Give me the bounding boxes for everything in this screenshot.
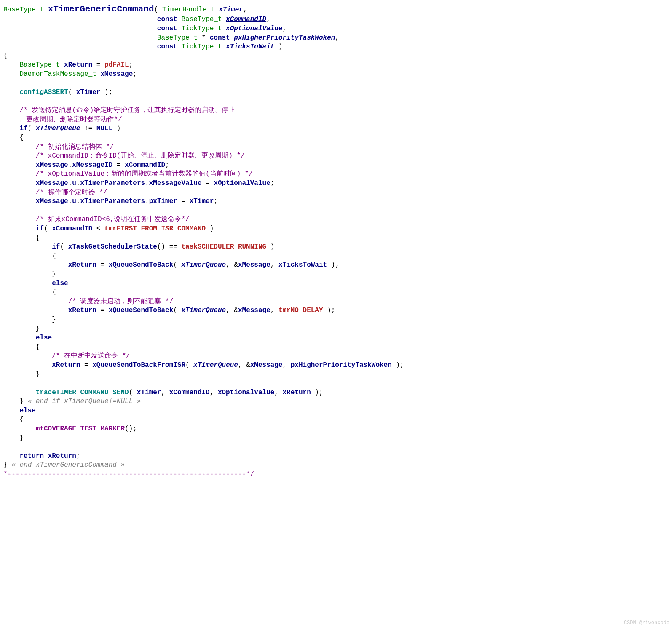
var: xReturn bbox=[48, 452, 76, 460]
lhs: xReturn bbox=[68, 307, 96, 314]
expr: xMessage bbox=[36, 179, 68, 187]
keyword: else bbox=[52, 280, 68, 287]
member: xMessageValue bbox=[149, 179, 202, 187]
macro: tmrNO_DELAY bbox=[278, 307, 323, 314]
member: u bbox=[72, 198, 76, 205]
type: BaseType_t bbox=[3, 6, 44, 13]
comment: /* 调度器未启动，则不能阻塞 */ bbox=[68, 298, 174, 305]
param: xTicksToWait bbox=[226, 43, 274, 51]
comment: /* xCommandID：命令ID(开始、停止、删除定时器、更改周期) */ bbox=[36, 152, 245, 160]
member: xMessageID bbox=[72, 161, 112, 169]
expr: xMessage bbox=[36, 161, 68, 169]
arg: xMessage bbox=[250, 361, 283, 369]
keyword: else bbox=[19, 407, 35, 414]
call: xQueueSendToBack bbox=[109, 307, 174, 314]
var: xMessage bbox=[100, 70, 133, 78]
keyword: const bbox=[157, 16, 177, 23]
divider: *---------------------------------------… bbox=[3, 470, 254, 478]
arg: xTimer bbox=[137, 389, 161, 396]
rhs: xCommandID bbox=[125, 161, 165, 169]
keyword: const bbox=[157, 25, 177, 32]
comment: /* xOptionalValue：新的的周期或者当前计数器的值(当前时间) *… bbox=[36, 170, 253, 178]
arg: xTimerQueue bbox=[181, 261, 226, 269]
macro-call: mtCOVERAGE_TEST_MARKER bbox=[36, 425, 125, 433]
macro-call: traceTIMER_COMMAND_SEND bbox=[36, 389, 129, 396]
comment: 、更改周期、删除定时器等动作*/ bbox=[19, 116, 122, 123]
param: xOptionalValue bbox=[226, 25, 282, 32]
type: DaemonTaskMessage_t bbox=[19, 70, 96, 78]
lhs: xReturn bbox=[68, 261, 96, 269]
macro-call: configASSERT bbox=[19, 88, 68, 96]
arg: xTicksToWait bbox=[278, 261, 327, 269]
member: xTimerParameters bbox=[80, 198, 145, 205]
arg: xMessage bbox=[238, 307, 270, 314]
member: xTimerParameters bbox=[80, 179, 145, 187]
type: BaseType_t bbox=[181, 16, 222, 23]
end-hint: « end if xTimerQueue!=NULL » bbox=[28, 398, 141, 405]
function-name: xTimerGenericCommand bbox=[48, 4, 154, 14]
arg: xCommandID bbox=[169, 389, 210, 396]
keyword: else bbox=[36, 334, 52, 342]
expr: xMessage bbox=[36, 198, 68, 205]
member: pxTimer bbox=[149, 198, 177, 205]
param: xCommandID bbox=[226, 16, 266, 23]
call: xTaskGetSchedulerState bbox=[68, 243, 157, 251]
comment: /* 初始化消息结构体 */ bbox=[36, 143, 114, 151]
arg: xOptionalValue bbox=[218, 389, 274, 396]
var: xReturn bbox=[64, 61, 92, 69]
lhs: xCommandID bbox=[52, 225, 92, 232]
keyword: if bbox=[52, 243, 60, 251]
type: TickType_t bbox=[181, 25, 222, 32]
comment: /* 如果xCommandID<6,说明在任务中发送命令*/ bbox=[36, 216, 190, 223]
member: u bbox=[72, 179, 76, 187]
end-hint: « end xTimerGenericCommand » bbox=[11, 461, 125, 469]
keyword: if bbox=[36, 225, 44, 232]
type: TickType_t bbox=[181, 43, 222, 51]
macro: taskSCHEDULER_RUNNING bbox=[181, 243, 266, 251]
lhs: xReturn bbox=[52, 361, 80, 369]
keyword: const bbox=[210, 34, 230, 42]
rhs: xTimer bbox=[190, 198, 214, 205]
var: xTimerQueue bbox=[36, 125, 80, 132]
null: NULL bbox=[96, 125, 112, 132]
macro: tmrFIRST_FROM_ISR_COMMAND bbox=[104, 225, 206, 232]
param: pxHigherPriorityTaskWoken bbox=[234, 34, 335, 42]
macro: pdFAIL bbox=[104, 61, 129, 69]
arg: xReturn bbox=[283, 389, 311, 396]
keyword: return bbox=[19, 452, 44, 460]
call: xQueueSendToBackFromISR bbox=[92, 361, 185, 369]
arg: xTimer bbox=[76, 88, 101, 96]
arg: xTimerQueue bbox=[181, 307, 226, 314]
type: BaseType_t bbox=[157, 34, 198, 42]
type: TimerHandle_t bbox=[162, 6, 215, 13]
arg: xMessage bbox=[238, 261, 270, 269]
rhs: xOptionalValue bbox=[214, 179, 270, 187]
comment: /* 在中断中发送命令 */ bbox=[52, 352, 130, 360]
keyword: const bbox=[157, 43, 177, 51]
code-block: BaseType_t xTimerGenericCommand( TimerHa… bbox=[0, 0, 672, 519]
arg: xTimerQueue bbox=[193, 361, 238, 369]
comment: /* 操作哪个定时器 */ bbox=[36, 189, 107, 196]
arg: pxHigherPriorityTaskWoken bbox=[291, 361, 392, 369]
comment: /* 发送特定消息(命令)给定时守护任务，让其执行定时器的启动、停止 bbox=[19, 107, 235, 114]
param: xTimer bbox=[219, 6, 243, 13]
type: BaseType_t bbox=[19, 61, 60, 69]
keyword: if bbox=[19, 125, 27, 132]
call: xQueueSendToBack bbox=[109, 261, 174, 269]
